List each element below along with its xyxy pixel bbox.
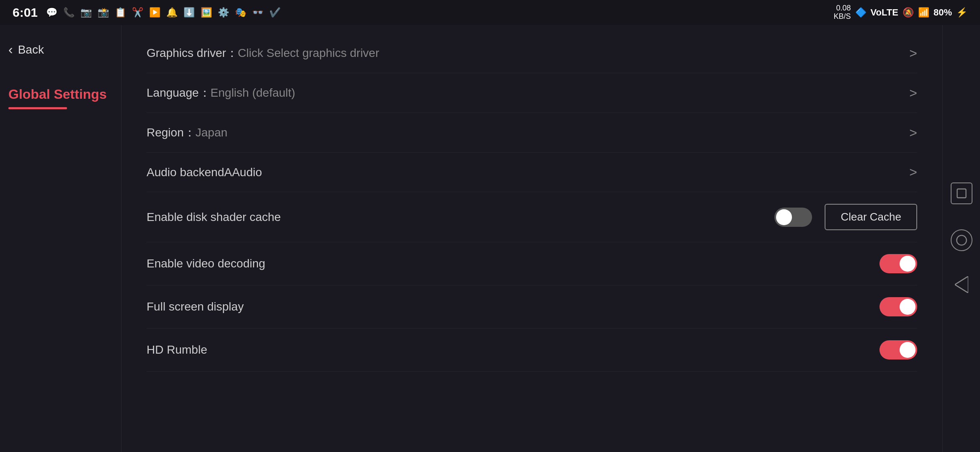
back-label: Back xyxy=(18,43,44,56)
photo-icon: 🖼️ xyxy=(201,7,212,18)
bell-icon: 🔔 xyxy=(166,7,178,18)
back-triangle-button[interactable] xyxy=(955,276,968,295)
disk-shader-cache-label: Enable disk shader cache xyxy=(147,211,774,224)
video-decoding-label: Enable video decoding xyxy=(147,257,879,270)
setting-row-disk-shader-cache: Enable disk shader cache Clear Cache xyxy=(147,192,917,242)
language-label: Language：English (default) xyxy=(147,85,909,101)
mute-icon: 🔕 xyxy=(903,7,914,18)
sidebar-title: Global Settings xyxy=(8,87,113,102)
scissors-icon: ✂️ xyxy=(132,7,143,18)
graphics-driver-label: Graphics driver：Click Select graphics dr… xyxy=(147,45,909,61)
status-bar: 6:01 💬 📞 📷 📸 📋 ✂️ ▶️ 🔔 ⬇️ 🖼️ ⚙️ 🎭 👓 ✔️ 0… xyxy=(0,0,980,25)
download-icon: ⬇️ xyxy=(183,7,195,18)
disk-shader-cache-toggle[interactable] xyxy=(774,208,812,227)
clear-cache-button[interactable]: Clear Cache xyxy=(825,204,917,230)
glasses-icon: 👓 xyxy=(252,7,263,18)
home-square-button[interactable] xyxy=(951,182,972,204)
video-decoding-toggle[interactable] xyxy=(879,254,917,273)
clipboard-icon: 📋 xyxy=(115,7,126,18)
region-label: Region：Japan xyxy=(147,125,909,141)
toggle-knob-on-rumble xyxy=(900,342,916,358)
notification-icons: 💬 📞 📷 📸 📋 ✂️ ▶️ 🔔 ⬇️ 🖼️ ⚙️ 🎭 👓 ✔️ xyxy=(46,7,281,18)
setting-row-fullscreen: Full screen display xyxy=(147,285,917,329)
setting-row-video-decoding: Enable video decoding xyxy=(147,242,917,285)
setting-row-hd-rumble: HD Rumble xyxy=(147,329,917,372)
signal-icon: 📶 xyxy=(918,7,929,18)
fullscreen-toggle[interactable] xyxy=(879,297,917,316)
hd-rumble-label: HD Rumble xyxy=(147,343,879,357)
svg-point-1 xyxy=(957,235,966,245)
whatsapp-icon: 💬 xyxy=(46,7,57,18)
settings-icon: ⚙️ xyxy=(218,7,229,18)
bluetooth-icon: 🔷 xyxy=(855,7,867,18)
dh-icon: 🎭 xyxy=(235,7,246,18)
setting-row-language[interactable]: Language：English (default) > xyxy=(147,73,917,113)
play-icon: ▶️ xyxy=(149,7,160,18)
battery-percent: 80% xyxy=(934,7,952,18)
camera-icon: 📷 xyxy=(80,7,92,18)
language-chevron: > xyxy=(909,85,917,101)
setting-row-region[interactable]: Region：Japan > xyxy=(147,113,917,153)
fullscreen-label: Full screen display xyxy=(147,300,879,313)
toggle-knob-on-fullscreen xyxy=(900,299,916,315)
language-value: English (default) xyxy=(211,86,295,99)
region-chevron: > xyxy=(909,125,917,141)
lte-icon: VoLTE xyxy=(871,7,898,18)
audio-backend-chevron: > xyxy=(909,164,917,180)
setting-row-graphics-driver[interactable]: Graphics driver：Click Select graphics dr… xyxy=(147,33,917,73)
toggle-knob-off xyxy=(776,209,792,225)
battery-bolt-icon: ⚡ xyxy=(956,7,967,18)
graphics-driver-chevron: > xyxy=(909,46,917,61)
back-circle-button[interactable] xyxy=(951,229,972,251)
setting-row-audio-backend[interactable]: Audio backendAAudio > xyxy=(147,153,917,192)
toggle-knob-on-video xyxy=(900,256,916,272)
data-speed: 0.08 KB/S xyxy=(834,4,851,21)
status-time: 6:01 xyxy=(13,5,38,20)
instagram-icon: 📸 xyxy=(98,7,109,18)
main-layout: ‹ Back Global Settings Graphics driver：C… xyxy=(0,25,980,452)
sidebar-underline xyxy=(8,107,67,109)
content-area: Graphics driver：Click Select graphics dr… xyxy=(121,25,942,452)
disk-shader-cache-controls: Clear Cache xyxy=(774,204,917,230)
region-value: Japan xyxy=(196,126,227,139)
back-button[interactable]: ‹ Back xyxy=(8,38,113,62)
graphics-driver-value: Click Select graphics driver xyxy=(238,46,379,59)
sidebar: ‹ Back Global Settings xyxy=(0,25,121,452)
status-right-icons: 0.08 KB/S 🔷 VoLTE 🔕 📶 80% ⚡ xyxy=(834,4,967,21)
check-icon: ✔️ xyxy=(269,7,281,18)
back-chevron-icon: ‹ xyxy=(8,42,13,57)
nav-bar xyxy=(942,25,980,452)
svg-marker-2 xyxy=(955,276,968,293)
hd-rumble-toggle[interactable] xyxy=(879,340,917,360)
svg-rect-0 xyxy=(957,189,966,198)
phone-icon: 📞 xyxy=(63,7,75,18)
audio-backend-label: Audio backendAAudio xyxy=(147,166,909,179)
